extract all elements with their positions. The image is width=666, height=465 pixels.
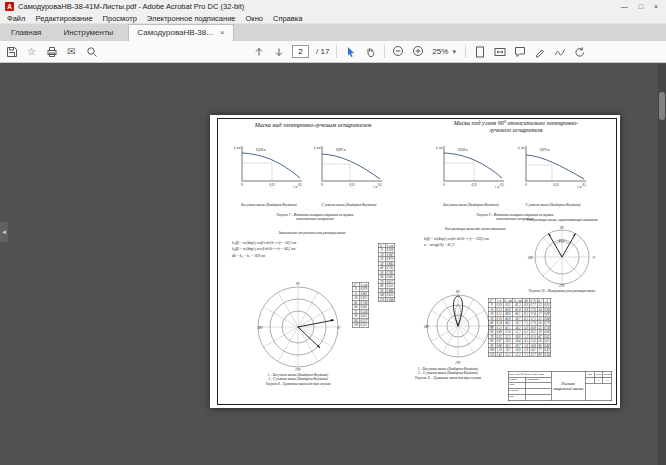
thickness-graph-3: 0,924 м h, нм r, м 0 0,25 0,5 [434,141,508,189]
table-cell: 1,41 [495,352,503,357]
table-cell: 120 [352,323,359,328]
svg-text:h, нм: h, нм [314,146,320,151]
table-cell: 0,364 [385,297,394,302]
menu-file[interactable]: Файл [2,14,30,23]
svg-text:270°: 270° [559,284,566,288]
curve [444,153,502,178]
drawing-title: Расчет защитной маски [552,372,586,401]
polar-chart-comparison: 0° 90° 180° 270° [254,278,342,372]
svg-text:r, м: r, м [495,185,499,189]
select-tool-icon[interactable] [344,45,357,58]
table-cell: 15,3 [503,352,513,357]
table-cell: 110 [488,352,495,357]
svg-text:0: 0 [443,183,445,187]
menu-window[interactable]: Окно [241,14,268,23]
tab-home[interactable]: Главная [0,25,52,41]
close-button[interactable]: × [654,3,658,10]
panel-collapse-icon[interactable]: ◄ [0,222,8,242]
mask-table-1: β,°h, нм00,924100,907200,879300,842400,7… [378,243,395,302]
fit-width-icon[interactable] [493,45,506,58]
svg-text:0: 0 [241,183,243,187]
zoom-out-icon[interactable] [392,45,405,58]
table-cell: 0,36 [543,352,551,357]
rotate-icon[interactable] [573,45,586,58]
svg-text:90°: 90° [456,290,461,294]
minimize-button[interactable]: — [621,3,628,10]
fit-page-icon[interactable] [473,45,486,58]
document-viewport[interactable]: ◄ Маска над электронно-лучевым испарител… [0,64,666,465]
table-cell: 13,2 [513,352,523,357]
toolbar-separator [336,45,337,58]
signature-icon[interactable] [553,45,566,58]
maximize-button[interactable]: □ [639,3,643,10]
thickness-graph-2: 0,907 м h, нм r, м 0 0,25 0,5 [312,141,386,189]
email-icon[interactable]: ✉ [65,45,78,58]
svg-text:41,3°: 41,3° [559,239,566,244]
svg-text:90°: 90° [560,226,565,230]
svg-text:r, м: r, м [293,185,297,189]
graph3-caption: Без учета маски (Ламберта-Кнудсена) [438,203,504,207]
hand-tool-icon[interactable] [364,45,377,58]
svg-text:0,5: 0,5 [500,183,504,188]
star-icon[interactable]: ☆ [25,45,38,58]
table-cell: 0,221 [359,323,368,328]
menu-esign[interactable]: Электронное подписание [142,14,241,23]
svg-text:0,907 м: 0,907 м [336,148,346,153]
comment-icon[interactable] [513,45,526,58]
svg-text:0: 0 [321,183,323,187]
formulas-right-heading: Угол раствора маски для случая напыления [420,227,530,231]
svg-text:0,25: 0,25 [349,183,355,188]
polar-chart-profile: 0° 90° 180° 270° [422,287,496,365]
sheet-count: 17 [603,378,611,384]
highlight-pen-icon[interactable] [533,45,546,58]
next-page-icon[interactable] [272,45,285,58]
page-number-input[interactable]: 2 [292,45,309,58]
menu-view[interactable]: Просмотр [98,14,142,23]
svg-text:0: 0 [525,183,527,187]
zoom-level-select[interactable]: 25% ▾ [432,45,458,58]
scrollbar-thumb[interactable] [659,92,665,120]
tab-document[interactable]: СамодуроваНВ-38... × [128,24,233,41]
svg-text:180°: 180° [424,325,431,329]
svg-text:90°: 90° [296,282,301,286]
figure8-caption: 1 – Без учета маски (Ламберта-Кнудсена) … [238,373,359,386]
graph4-caption: С учетом маски (Ламберта-Кнудсена) [520,203,586,207]
window-titlebar[interactable]: A СамодуроваНВ-38-41М-Листы.pdf - Adobe … [0,0,666,13]
polar-chart-mask-angle: 41,3° 0° 90° 180° 270° [526,225,598,287]
tab-tools[interactable]: Инструменты [52,25,124,41]
formulas-left-heading: Зависимости для расчета угла раствора ма… [257,231,367,235]
sheet-title-right: Маска под углом 90° относительно электро… [423,120,609,134]
toolbar-center-group: 2 / 17 25% ▾ [252,41,506,62]
toolbar-left-group: ☆ ✉ [5,41,98,62]
formulas-right: h(β) = m/(4πρ)·∫ cosβ·r·dr/(h²+r²)² = 33… [424,236,489,249]
thickness-graph-4: 0,879 м h, нм r, м 0 0,25 0,5 [516,141,590,189]
sheet-number: 2 [594,378,603,384]
polar-right-heading: Угол раствора маски, ограничивающей напы… [515,218,609,222]
graph2-caption: С учетом маски (Ламберта-Кнудсена) [316,203,382,207]
svg-text:r, м: r, м [373,185,377,189]
svg-text:r, м: r, м [577,185,581,189]
print-icon[interactable] [45,45,58,58]
save-icon[interactable] [5,45,18,58]
svg-text:270°: 270° [455,361,462,365]
toolbar: ☆ ✉ 2 / 17 25% ▾ [0,41,666,63]
svg-text:180°: 180° [257,326,264,330]
svg-text:h, нм: h, нм [234,146,240,151]
previous-page-icon[interactable] [252,45,265,58]
menu-edit[interactable]: Редактирование [30,14,97,23]
window-title: СамодуроваНВ-38-41М-Листы.pdf - Adobe Ac… [18,2,244,11]
menu-help[interactable]: Справка [268,14,307,23]
figure11-caption: 1 – Без учета маски (Ламберта-Кнудсена) … [388,367,509,380]
svg-text:0,5: 0,5 [378,183,382,188]
results-table: β,°r, мh₁, нмh₂, нмΔhδ, %α,°S00,1050,241… [488,298,551,357]
menubar: Файл Редактирование Просмотр Электронное… [0,13,666,24]
curve [322,154,380,179]
acrobat-logo-icon: A [5,2,14,11]
svg-text:180°: 180° [528,256,535,260]
tab-close-icon[interactable]: × [220,28,225,37]
mask-table-2: β,°h, нм00,879150,861300,812450,736600,6… [352,282,369,328]
curve [242,153,300,178]
search-icon[interactable] [85,45,98,58]
zoom-in-icon[interactable] [412,45,425,58]
vertical-scrollbar[interactable] [658,64,666,465]
